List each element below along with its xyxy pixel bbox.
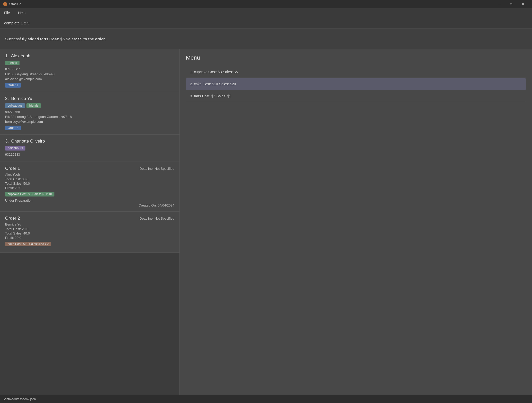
order-header-2: Order 2 Deadline: Not Specified: [5, 216, 174, 221]
order-sales-2: Total Sales: 40.0: [5, 231, 174, 235]
maximize-button[interactable]: □: [505, 0, 517, 8]
contact-card-alex-yeoh[interactable]: 1. Alex Yeoh friends 87438807 Blk 30 Gey…: [0, 49, 179, 92]
help-menu[interactable]: Help: [16, 10, 28, 16]
notification-text: Successfully added tarts Cost: $5 Sales:…: [5, 37, 106, 41]
tag-friends-2: friends: [26, 103, 41, 108]
notification-bar: Successfully added tarts Cost: $5 Sales:…: [0, 29, 532, 49]
main-area: 1. Alex Yeoh friends 87438807 Blk 30 Gey…: [0, 49, 532, 395]
contact-phone-3: 93210283: [5, 153, 174, 156]
menu-bar: File Help: [0, 8, 532, 17]
item-badge-1: cupcake Cost: $3 Sales: $5 x 10: [5, 192, 54, 196]
breadcrumb: complete 1 2 3: [4, 21, 29, 25]
contact-address-2: Blk 30 Lorong 3 Serangoon Gardens, #07-1…: [5, 115, 174, 119]
tag-colleagues-2: colleagues: [5, 103, 25, 108]
right-panel: Menu 1. cupcake Cost: $3 Sales: $5 2. ca…: [180, 49, 532, 395]
order-card-1[interactable]: Order 1 Deadline: Not Specified Alex Yeo…: [0, 162, 179, 212]
order-badge-2[interactable]: Order 2: [5, 126, 21, 130]
order-deadline-1: Deadline: Not Specified: [139, 167, 174, 171]
minimize-button[interactable]: —: [493, 0, 505, 8]
tag-neighbours-3: neighbours: [5, 146, 25, 151]
menu-item-row-3[interactable]: 3. tarts Cost: $5 Sales: $9: [186, 90, 526, 102]
contact-email-2: berniceyu@example.com: [5, 120, 174, 124]
tag-friends-1: friends: [5, 61, 20, 65]
order-customer-1: Alex Yeoh: [5, 173, 174, 176]
order-profit-1: Profit: 20.0: [5, 186, 174, 190]
contact-card-charlotte-oliveiro[interactable]: 3. Charlotte Oliveiro neighbours 9321028…: [0, 135, 179, 162]
title-bar-left: Strack.io: [3, 2, 21, 6]
menu-item-row-1[interactable]: 1. cupcake Cost: $3 Sales: $5: [186, 66, 526, 78]
tag-container-1: friends: [5, 61, 174, 65]
order-badge-1[interactable]: Order 1: [5, 83, 21, 88]
close-button[interactable]: ✕: [517, 0, 529, 8]
order-cost-2: Total Cost: 20.0: [5, 227, 174, 231]
item-badge-2: cake Cost: $10 Sales: $20 x 2: [5, 242, 51, 246]
app-icon: [3, 2, 7, 6]
left-panel-content[interactable]: 1. Alex Yeoh friends 87438807 Blk 30 Gey…: [0, 49, 179, 395]
title-bar-controls: — □ ✕: [493, 0, 529, 8]
order-header-1: Order 1 Deadline: Not Specified: [5, 166, 174, 171]
order-sales-1: Total Sales: 50.0: [5, 182, 174, 185]
tag-container-3: neighbours: [5, 146, 174, 151]
order-customer-2: Bernice Yu: [5, 222, 174, 226]
order-cost-1: Total Cost: 30.0: [5, 177, 174, 181]
contact-email-1: alexyeoh@example.com: [5, 77, 174, 81]
title-bar-title: Strack.io: [9, 2, 21, 6]
contact-phone-1: 87438807: [5, 67, 174, 71]
contact-name-1: 1. Alex Yeoh: [5, 53, 174, 59]
contact-name-2: 2. Bernice Yu: [5, 96, 174, 101]
order-card-2[interactable]: Order 2 Deadline: Not Specified Bernice …: [0, 212, 179, 253]
order-created-1: Created On: 04/04/2024: [5, 203, 174, 207]
menu-title: Menu: [186, 54, 526, 61]
contact-phone-2: 99272758: [5, 110, 174, 114]
order-title-1: Order 1: [5, 166, 20, 171]
contact-card-bernice-yu[interactable]: 2. Bernice Yu colleagues friends 9927275…: [0, 92, 179, 135]
status-bar: .\data\addressbook.json: [0, 395, 532, 403]
file-menu[interactable]: File: [2, 10, 12, 16]
left-panel: 1. Alex Yeoh friends 87438807 Blk 30 Gey…: [0, 49, 180, 395]
order-status-1: Under Preparation: [5, 199, 174, 202]
contact-name-3: 3. Charlotte Oliveiro: [5, 139, 174, 144]
breadcrumb-bar: complete 1 2 3: [0, 17, 532, 29]
order-deadline-2: Deadline: Not Specified: [139, 217, 174, 220]
status-path: .\data\addressbook.json: [3, 397, 36, 401]
menu-item-row-2[interactable]: 2. cake Cost: $10 Sales: $20: [186, 78, 526, 90]
contact-address-1: Blk 30 Geylang Street 29, #06-40: [5, 72, 174, 76]
title-bar: Strack.io — □ ✕: [0, 0, 532, 8]
order-profit-2: Profit: 20.0: [5, 236, 174, 240]
order-title-2: Order 2: [5, 216, 20, 221]
tag-container-2: colleagues friends: [5, 103, 174, 108]
